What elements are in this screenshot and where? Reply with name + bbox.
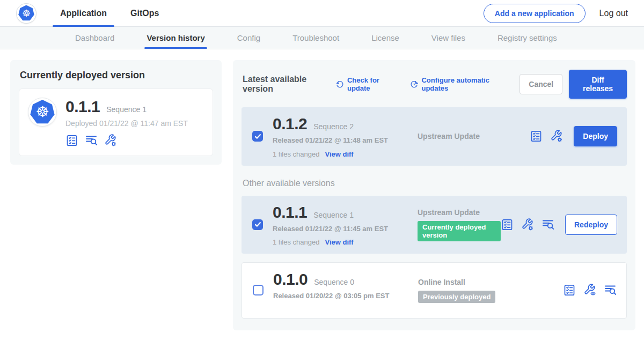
preflight-checks-icon[interactable] <box>563 284 576 297</box>
kubernetes-logo-icon: ☸ <box>18 5 34 21</box>
subnav-tab-version-history[interactable]: Version history <box>147 27 204 49</box>
version-history-panel: Latest available version Check for updat… <box>233 60 635 330</box>
view-config-icon[interactable] <box>583 284 596 297</box>
preflight-checks-icon[interactable] <box>530 130 543 143</box>
tab-application-label: Application <box>60 9 107 18</box>
check-icon <box>254 133 261 140</box>
version-number: 0.1.1 <box>273 203 307 221</box>
currently-deployed-badge: Currently deployed version <box>418 221 501 241</box>
deployed-version-card: ☸ 0.1.1 Sequence 1 Deployed 01/21/22 @ 1… <box>19 88 213 156</box>
version-sequence: Sequence 2 <box>313 122 354 131</box>
deploy-logs-icon[interactable] <box>604 284 617 297</box>
latest-version-title: Latest available version <box>243 75 328 94</box>
currently-deployed-title: Currently deployed version <box>20 70 213 81</box>
redeploy-button[interactable]: Redeploy <box>565 215 617 235</box>
tab-application[interactable]: Application <box>53 0 114 26</box>
subnav-tab-license[interactable]: License <box>371 27 399 49</box>
edit-config-icon[interactable] <box>521 218 534 231</box>
subnav-tab-registry-settings[interactable]: Registry settings <box>497 27 557 49</box>
refresh-icon <box>336 80 344 89</box>
check-for-update-link[interactable]: Check for update <box>336 76 397 92</box>
subnav-tab-dashboard[interactable]: Dashboard <box>75 27 114 49</box>
deployed-sequence: Sequence 1 <box>106 105 147 114</box>
version-source: Upstream Update <box>418 208 501 217</box>
deploy-logs-icon[interactable] <box>85 134 98 147</box>
app-subnav: Dashboard Version history Config Trouble… <box>0 27 644 49</box>
app-logo: ☸ <box>16 3 36 24</box>
version-sequence: Sequence 1 <box>313 211 354 219</box>
version-sequence: Sequence 0 <box>314 278 354 286</box>
topnav-right: Add a new application Log out <box>484 4 628 23</box>
version-number: 0.1.2 <box>273 115 307 133</box>
deployed-timestamp: Deployed 01/21/22 @ 11:47 am EST <box>65 119 188 128</box>
main-content: Currently deployed version ☸ 0.1.1 Seque… <box>0 49 644 330</box>
latest-version-header: Latest available version Check for updat… <box>243 70 627 99</box>
deploy-logs-icon[interactable] <box>541 218 554 231</box>
clock-refresh-icon <box>410 80 418 89</box>
subnav-tab-troubleshoot[interactable]: Troubleshoot <box>292 27 339 49</box>
app-version-logo: ☸ <box>28 98 57 127</box>
view-diff-link[interactable]: View diff <box>325 150 353 158</box>
deploy-button[interactable]: Deploy <box>574 126 617 146</box>
released-timestamp: Released 01/20/22 @ 03:05 pm EST <box>273 291 394 301</box>
add-application-button[interactable]: Add a new application <box>484 4 586 23</box>
diff-releases-button[interactable]: Diff releases <box>569 70 627 99</box>
tab-gitops[interactable]: GitOps <box>123 0 166 26</box>
edit-config-icon[interactable] <box>104 134 117 147</box>
version-checkbox[interactable] <box>252 219 263 230</box>
tab-gitops-label: GitOps <box>130 9 159 18</box>
version-source: Upstream Update <box>418 132 530 141</box>
edit-config-icon[interactable] <box>550 130 563 143</box>
subnav-tab-view-files[interactable]: View files <box>431 27 465 49</box>
check-icon <box>254 221 261 228</box>
configure-automatic-updates-link[interactable]: Configure automatic updates <box>410 76 507 92</box>
logout-link[interactable]: Log out <box>599 9 628 18</box>
version-card-0-1-1: 0.1.1 Sequence 1 Released 01/21/22 @ 11:… <box>241 196 627 254</box>
previously-deployed-badge: Previously deployed <box>418 291 495 303</box>
version-number: 0.1.0 <box>273 270 308 289</box>
kubernetes-logo-icon: ☸ <box>30 100 55 124</box>
view-diff-link[interactable]: View diff <box>325 238 353 246</box>
version-card-0-1-2: 0.1.2 Sequence 2 Released 01/21/22 @ 11:… <box>241 107 627 166</box>
version-checkbox[interactable] <box>252 131 263 142</box>
other-versions-title: Other available versions <box>243 179 627 188</box>
files-changed: 1 files changed <box>273 150 319 158</box>
preflight-checks-icon[interactable] <box>65 134 78 147</box>
currently-deployed-panel: Currently deployed version ☸ 0.1.1 Seque… <box>10 60 222 165</box>
version-card-0-1-0: 0.1.0 Sequence 0 Released 01/20/22 @ 03:… <box>241 262 627 319</box>
preflight-checks-icon[interactable] <box>501 218 514 231</box>
version-checkbox[interactable] <box>253 285 264 295</box>
cancel-button[interactable]: Cancel <box>519 74 562 94</box>
released-timestamp: Released 01/21/22 @ 11:45 am EST <box>273 224 393 234</box>
version-source: Online Install <box>418 278 563 286</box>
deployed-version-number: 0.1.1 <box>65 98 100 116</box>
top-nav: ☸ Application GitOps Add a new applicati… <box>0 0 644 27</box>
released-timestamp: Released 01/21/22 @ 11:48 am EST <box>273 136 393 145</box>
subnav-tab-config[interactable]: Config <box>237 27 260 49</box>
topnav-tabs: Application GitOps <box>53 0 175 26</box>
files-changed: 1 files changed <box>273 238 319 246</box>
